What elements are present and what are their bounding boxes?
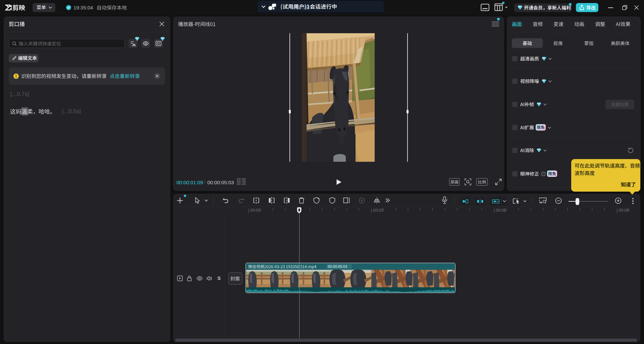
svg-text:?: ? [543,172,544,176]
